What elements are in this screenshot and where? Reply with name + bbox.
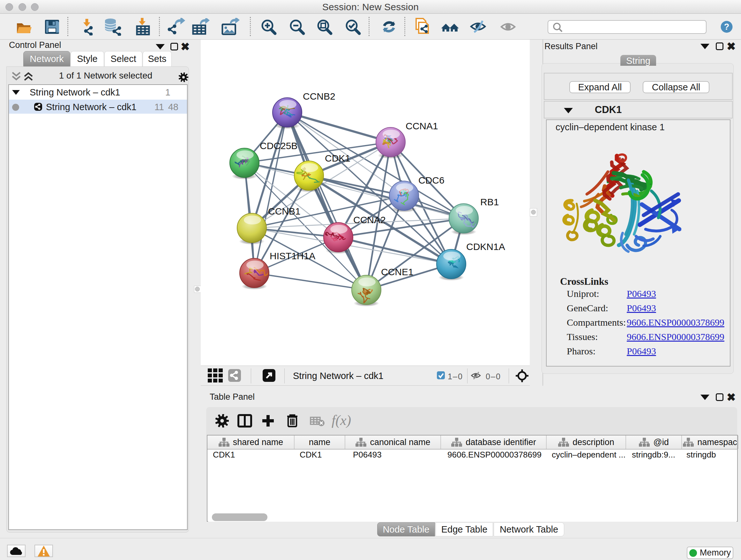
svg-text:CDC25B: CDC25B (260, 140, 297, 151)
svg-text:CDK1: CDK1 (325, 153, 350, 164)
svg-text:CCNA1: CCNA1 (406, 121, 438, 131)
svg-text:CCNA2: CCNA2 (353, 214, 386, 225)
svg-text:?: ? (724, 22, 730, 32)
svg-text:CCNE1: CCNE1 (381, 266, 414, 277)
svg-text:CCNB2: CCNB2 (303, 91, 335, 102)
svg-text:HIST1H1A: HIST1H1A (270, 251, 315, 261)
svg-text:CCNB1: CCNB1 (268, 206, 300, 216)
svg-text:CDC6: CDC6 (418, 175, 445, 186)
svg-text:RB1: RB1 (480, 197, 499, 207)
svg-text:CDKN1A: CDKN1A (466, 241, 505, 252)
